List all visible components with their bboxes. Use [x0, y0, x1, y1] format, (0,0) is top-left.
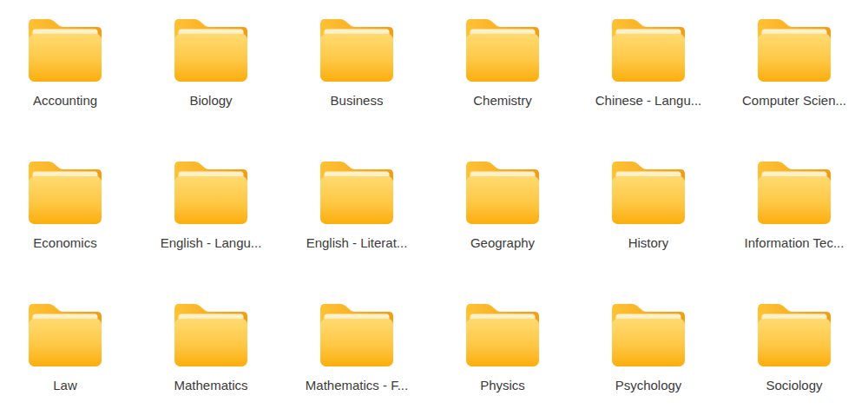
folder-label: Law	[53, 378, 77, 393]
folder-label: Chemistry	[473, 93, 532, 108]
folder-item[interactable]: Accounting	[0, 0, 138, 142]
folder-label: Mathematics - F...	[306, 378, 408, 393]
folder-item[interactable]: Psychology	[575, 285, 721, 409]
folder-front	[758, 176, 831, 224]
folder-label: Business	[331, 93, 384, 108]
folder-grid: Accounting Biology Business Chemistry	[0, 0, 867, 409]
folder-label: Biology	[189, 93, 232, 108]
folder-icon	[320, 162, 393, 224]
folder-front	[466, 319, 539, 366]
folder-front	[758, 319, 831, 366]
folder-icon	[174, 162, 247, 224]
folder-front	[612, 319, 685, 366]
folder-icon	[29, 162, 102, 224]
folder-front	[758, 34, 831, 82]
folder-item[interactable]: Mathematics	[138, 285, 284, 409]
folder-item[interactable]: Law	[0, 285, 138, 409]
folder-front	[174, 319, 247, 366]
folder-icon	[758, 304, 831, 366]
folder-item[interactable]: History	[575, 142, 721, 285]
folder-front	[174, 176, 247, 224]
folder-item[interactable]: Business	[284, 0, 430, 142]
folder-icon	[758, 162, 831, 224]
folder-item[interactable]: Information Tec...	[721, 142, 867, 285]
folder-front	[466, 34, 539, 82]
folder-label: Computer Scien...	[742, 93, 846, 108]
folder-item[interactable]: Chinese - Langu...	[575, 0, 721, 142]
folder-icon	[174, 19, 247, 82]
folder-front	[612, 176, 685, 224]
folder-icon	[612, 162, 685, 224]
folder-icon	[612, 304, 685, 366]
folder-item[interactable]: Biology	[138, 0, 284, 142]
folder-label: Mathematics	[174, 378, 247, 393]
folder-item[interactable]: Mathematics - F...	[284, 285, 430, 409]
folder-front	[466, 176, 539, 224]
folder-icon	[29, 304, 102, 366]
folder-front	[320, 319, 393, 366]
folder-icon	[612, 19, 685, 82]
folder-front	[29, 319, 102, 366]
folder-icon	[174, 304, 247, 366]
folder-label: Geography	[470, 235, 535, 250]
folder-icon	[320, 19, 393, 82]
folder-label: Chinese - Langu...	[595, 93, 702, 108]
folder-item[interactable]: English - Langu...	[138, 142, 284, 285]
folder-label: English - Literat...	[306, 235, 408, 250]
folder-item[interactable]: Geography	[430, 142, 575, 285]
folder-icon	[320, 304, 393, 366]
folder-front	[612, 34, 685, 82]
folder-label: Physics	[480, 378, 525, 393]
folder-icon	[466, 304, 539, 366]
folder-icon	[466, 162, 539, 224]
folder-label: Sociology	[766, 378, 822, 393]
folder-front	[29, 176, 102, 224]
folder-label: Information Tec...	[745, 235, 845, 250]
folder-item[interactable]: Computer Scien...	[721, 0, 867, 142]
folder-icon	[758, 19, 831, 82]
folder-label: Economics	[33, 235, 96, 250]
folder-item[interactable]: Economics	[0, 142, 138, 285]
folder-label: Psychology	[615, 378, 682, 393]
folder-front	[174, 34, 247, 82]
folder-label: History	[628, 235, 669, 250]
folder-item[interactable]: English - Literat...	[284, 142, 430, 285]
folder-item[interactable]: Physics	[430, 285, 575, 409]
folder-icon	[29, 19, 102, 82]
folder-icon	[466, 19, 539, 82]
folder-front	[320, 176, 393, 224]
folder-label: English - Langu...	[161, 235, 262, 250]
folder-item[interactable]: Chemistry	[430, 0, 575, 142]
folder-front	[29, 34, 102, 82]
folder-item[interactable]: Sociology	[721, 285, 867, 409]
folder-front	[320, 34, 393, 82]
folder-label: Accounting	[33, 93, 97, 108]
